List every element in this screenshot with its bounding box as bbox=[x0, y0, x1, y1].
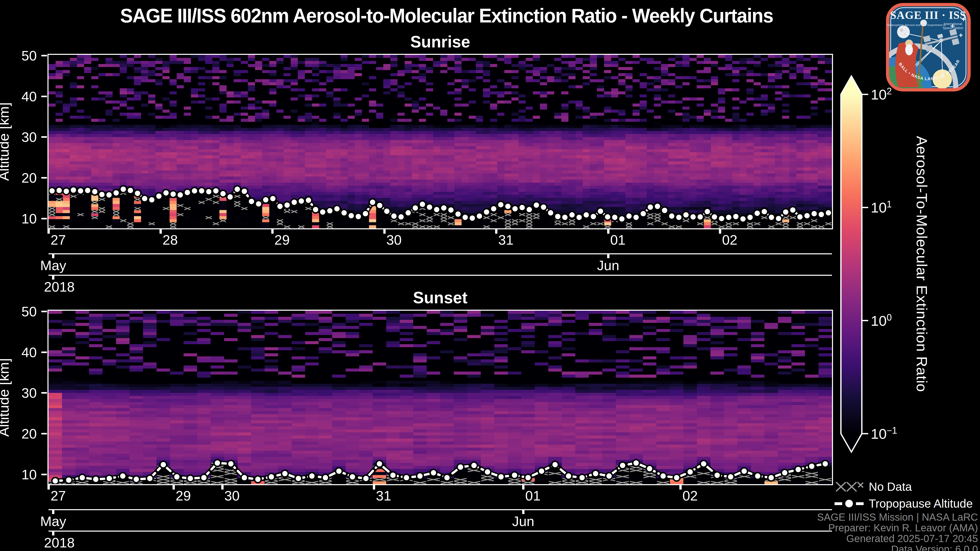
x-tick bbox=[522, 485, 525, 489]
panel-title-sunset: Sunset bbox=[48, 288, 832, 307]
attribution-preparer: Preparer: Kevin R. Leavor (AMA) bbox=[748, 522, 978, 533]
x-tick bbox=[373, 485, 375, 489]
x-tick bbox=[48, 229, 50, 233]
colorbar-bar bbox=[841, 76, 862, 452]
sunrise-panel: Sunrise Altitude [km] 504030201027282930… bbox=[48, 55, 832, 228]
y-tick-label: 50 bbox=[1, 303, 37, 319]
x-tick-label: 29 bbox=[274, 232, 290, 248]
colorbar bbox=[837, 71, 891, 462]
patch-subtitle-right-2: Space Station bbox=[943, 26, 963, 30]
x-tick bbox=[271, 229, 274, 233]
month-tick-label: May bbox=[40, 513, 66, 529]
y-tick bbox=[41, 474, 47, 475]
x-tick-label: 28 bbox=[162, 232, 178, 248]
month-tick-label: Jun bbox=[512, 513, 535, 529]
month-tick-label: May bbox=[40, 257, 66, 273]
y-tick bbox=[41, 433, 47, 434]
y-tick bbox=[41, 136, 47, 138]
patch-moon bbox=[897, 25, 910, 38]
no-data-hatch-icon bbox=[834, 480, 865, 493]
y-tick bbox=[41, 311, 47, 312]
x-tick-label: 01 bbox=[525, 488, 541, 503]
attribution-generated: Generated 2025-07-17 20:45 bbox=[748, 533, 978, 544]
legend-label-tropopause: Tropopause Altitude bbox=[869, 497, 973, 510]
y-tick-label: 30 bbox=[1, 385, 37, 401]
year-tick-label: 2018 bbox=[44, 535, 75, 551]
colorbar-tick-label: 101 bbox=[871, 199, 892, 216]
x-tick bbox=[159, 229, 162, 233]
y-tick bbox=[41, 392, 47, 394]
y-tick bbox=[41, 218, 47, 219]
patch-subtitle-left: Stratospheric Aerosol and Gas Experiment… bbox=[887, 24, 945, 27]
tropopause-line-icon bbox=[834, 497, 865, 510]
x-tick-label: 02 bbox=[722, 232, 737, 248]
month-axis-line bbox=[48, 253, 832, 254]
colorbar-tick-label: 10−1 bbox=[871, 425, 897, 442]
y-tick bbox=[41, 351, 47, 353]
y-tick bbox=[41, 96, 47, 97]
x-tick bbox=[719, 229, 721, 233]
y-tick-label: 40 bbox=[1, 89, 37, 104]
sunset-heatmap-canvas bbox=[48, 311, 832, 484]
y-tick bbox=[41, 177, 47, 179]
y-tick-label: 30 bbox=[1, 129, 37, 145]
y-tick-label: 50 bbox=[1, 48, 37, 64]
month-tick-label: Jun bbox=[597, 257, 619, 273]
x-tick bbox=[679, 485, 682, 489]
y-tick-label: 40 bbox=[1, 345, 37, 360]
sunset-panel: Sunset Altitude [km] 5040302010272930310… bbox=[48, 311, 832, 484]
x-tick bbox=[221, 485, 224, 489]
x-tick-label: 01 bbox=[610, 232, 625, 248]
attribution-data-version: Data Version: 6.0.0 bbox=[748, 544, 978, 551]
y-tick bbox=[41, 55, 47, 56]
year-axis-line bbox=[48, 275, 832, 276]
year-axis-line bbox=[48, 530, 832, 532]
x-tick bbox=[495, 229, 497, 233]
figure-title: SAGE III/ISS 602nm Aerosol-to-Molecular … bbox=[27, 4, 865, 27]
figure-canvas: SAGE III/ISS 602nm Aerosol-to-Molecular … bbox=[0, 0, 980, 551]
y-tick-label: 10 bbox=[1, 467, 37, 483]
x-tick bbox=[383, 229, 386, 233]
attribution-block: SAGE III/ISS Mission | NASA LaRC Prepare… bbox=[748, 512, 978, 551]
x-tick bbox=[48, 485, 50, 489]
x-tick bbox=[172, 485, 175, 489]
y-tick-label: 20 bbox=[1, 426, 37, 441]
legend-row-tropopause: Tropopause Altitude bbox=[834, 496, 973, 511]
x-tick-label: 27 bbox=[51, 232, 66, 248]
patch-subtitle-right-1: International bbox=[944, 22, 962, 26]
mission-patch-logo: SAGE III · ISS Stratospheric Aerosol and… bbox=[886, 3, 971, 92]
legend-row-no-data: No Data bbox=[834, 479, 973, 494]
x-tick-label: 29 bbox=[176, 488, 191, 503]
panel-title-sunrise: Sunrise bbox=[48, 32, 832, 51]
y-tick-label: 10 bbox=[1, 211, 37, 227]
sunrise-heatmap-canvas bbox=[48, 55, 832, 228]
x-tick-label: 02 bbox=[682, 488, 698, 503]
x-tick-label: 30 bbox=[387, 232, 402, 248]
colorbar-tick-label: 102 bbox=[871, 86, 892, 103]
colorbar-tick-label: 100 bbox=[871, 312, 892, 329]
attribution-mission: SAGE III/ISS Mission | NASA LaRC bbox=[748, 512, 978, 522]
legend: No Data Tropopause Altitude bbox=[834, 479, 973, 513]
x-tick bbox=[607, 229, 609, 233]
x-tick-label: 31 bbox=[376, 488, 391, 503]
colorbar-axis-label: Aerosol-To-Molecular Extinction Ratio bbox=[907, 86, 931, 443]
x-tick-label: 31 bbox=[498, 232, 514, 248]
legend-label-no-data: No Data bbox=[869, 480, 912, 494]
y-tick-label: 20 bbox=[1, 170, 37, 186]
x-tick-label: 30 bbox=[224, 488, 240, 503]
x-tick-label: 27 bbox=[51, 488, 66, 503]
patch-title: SAGE III · ISS bbox=[890, 9, 966, 21]
month-axis-line bbox=[48, 509, 832, 510]
